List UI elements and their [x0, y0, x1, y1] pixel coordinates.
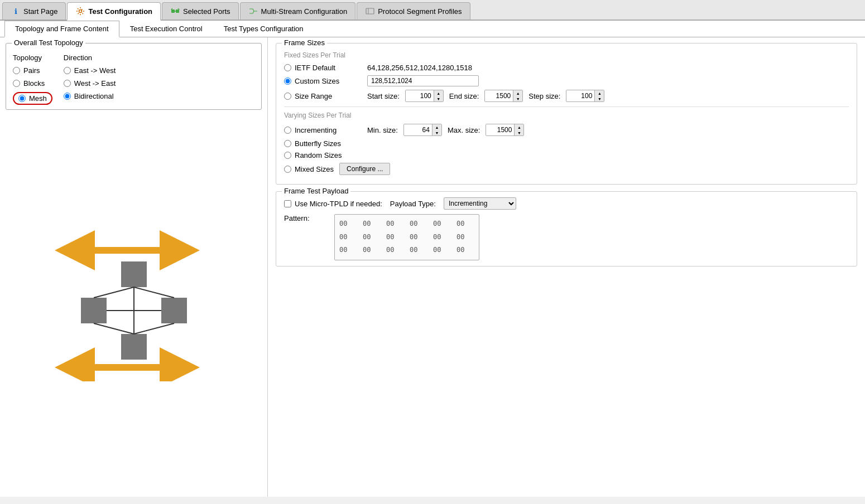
end-size-input[interactable] [485, 90, 513, 101]
max-size-input[interactable] [486, 124, 514, 135]
mesh-diagram-svg [50, 225, 218, 381]
incrementing-label: Incrementing [295, 126, 362, 134]
micro-tpld-checkbox[interactable] [284, 200, 291, 207]
step-size-btns: ▲ ▼ [594, 90, 604, 101]
mixed-radio[interactable]: Mixed Sizes [284, 165, 334, 173]
left-panel: Overall Test Topology Topology Pairs Blo… [0, 37, 268, 497]
direction-label: Direction [64, 54, 116, 62]
tab-test-configuration[interactable]: Test Configuration [67, 2, 161, 21]
end-size-up[interactable]: ▲ [513, 90, 522, 96]
custom-sizes-input[interactable] [367, 75, 479, 86]
sub-tab-bar: Topology and Frame Content Test Executio… [0, 21, 865, 37]
tab-start-label: Start Page [23, 7, 57, 16]
payload-type-select[interactable]: Incrementing Random Fixed Butterfly [444, 197, 516, 210]
incrementing-row: Incrementing Min. size: ▲ ▼ Max. size: ▲… [284, 124, 849, 136]
min-size-btns: ▲ ▼ [432, 124, 441, 135]
mixed-row: Mixed Sizes Configure ... [284, 163, 849, 175]
svg-rect-3 [366, 8, 374, 14]
svg-line-14 [94, 323, 134, 334]
svg-line-11 [134, 287, 174, 298]
tab-protocol-label: Protocol Segment Profiles [378, 7, 462, 16]
frame-sizes-group: Frame Sizes Fixed Sizes Per Trial IETF D… [276, 43, 857, 185]
sub-tab-topology[interactable]: Topology and Frame Content [4, 21, 119, 37]
direction-east-west[interactable]: East -> West [64, 66, 116, 75]
divider [284, 106, 849, 107]
step-size-input[interactable] [566, 90, 594, 101]
step-size-down[interactable]: ▼ [595, 96, 604, 101]
svg-rect-6 [121, 261, 147, 287]
custom-label: Custom Sizes [295, 77, 362, 85]
min-size-input[interactable] [404, 124, 432, 135]
tab-start-page[interactable]: ℹ Start Page [2, 2, 66, 20]
ietf-label: IETF Default [295, 64, 362, 72]
svg-rect-7 [81, 298, 107, 323]
min-size-down[interactable]: ▼ [433, 130, 441, 135]
tab-multi-stream-label: Multi-Stream Configuration [261, 7, 348, 16]
tab-selected-ports-label: Selected Ports [183, 7, 230, 16]
topology-section: Topology Pairs Blocks [13, 54, 52, 105]
topology-radio-group: Pairs Blocks Mesh [13, 66, 52, 105]
blocks-label: Blocks [23, 79, 45, 88]
bidirectional-label: Bidirectional [74, 92, 114, 100]
incrementing-radio[interactable]: Incrementing [284, 126, 362, 134]
size-range-radio[interactable]: Size Range [284, 92, 362, 100]
direction-radio-group: East -> West West -> East Bidirectional [64, 66, 116, 100]
sub-tab-execution[interactable]: Test Execution Control [119, 21, 213, 37]
max-size-label: Max. size: [448, 126, 480, 134]
main-content: Overall Test Topology Topology Pairs Blo… [0, 37, 865, 497]
max-size-down[interactable]: ▼ [515, 130, 523, 135]
butterfly-radio[interactable]: Butterfly Sizes [284, 139, 341, 148]
end-size-btns: ▲ ▼ [513, 90, 522, 101]
sub-tab-types[interactable]: Test Types Configuration [213, 21, 314, 37]
step-size-label: Step size: [528, 92, 560, 100]
start-size-up[interactable]: ▲ [434, 90, 443, 96]
custom-radio[interactable]: Custom Sizes [284, 77, 362, 85]
payload-title: Frame Test Payload [282, 187, 350, 195]
min-size-spinbox: ▲ ▼ [403, 124, 442, 136]
topology-mesh[interactable]: Mesh [13, 92, 52, 105]
random-radio[interactable]: Random Sizes [284, 151, 342, 159]
tab-multi-stream[interactable]: Multi-Stream Configuration [240, 2, 356, 20]
start-size-input[interactable] [406, 90, 434, 101]
pairs-label: Pairs [23, 66, 40, 75]
payload-type-label: Payload Type: [390, 200, 436, 208]
direction-section: Direction East -> West West -> East B [64, 54, 116, 105]
max-size-spinbox: ▲ ▼ [486, 124, 524, 136]
micro-tpld-item[interactable]: Use Micro-TPLD if needed: [284, 200, 382, 208]
direction-bidirectional[interactable]: Bidirectional [64, 92, 116, 100]
mesh-highlight-box: Mesh [13, 92, 52, 105]
configure-button[interactable]: Configure ... [339, 163, 390, 175]
ietf-radio[interactable]: IETF Default [284, 64, 362, 72]
main-tab-bar: ℹ Start Page Test Configuration Selected… [0, 0, 865, 21]
protocol-icon [365, 6, 375, 16]
min-size-label: Min. size: [367, 126, 398, 134]
svg-rect-8 [161, 298, 187, 323]
max-size-up[interactable]: ▲ [515, 124, 523, 130]
tab-selected-ports[interactable]: Selected Ports [162, 2, 239, 20]
min-size-up[interactable]: ▲ [433, 124, 441, 130]
start-size-spinbox: ▲ ▼ [405, 90, 444, 102]
topology-pairs[interactable]: Pairs [13, 66, 52, 75]
end-size-down[interactable]: ▼ [513, 96, 522, 101]
info-icon: ℹ [11, 6, 21, 16]
svg-line-10 [94, 287, 134, 298]
svg-point-0 [79, 10, 82, 13]
pattern-box: 000000000000 000000000000 000000000000 [334, 214, 479, 260]
size-range-row: Size Range Start size: ▲ ▼ End size: ▲ ▼ [284, 90, 849, 102]
start-size-down[interactable]: ▼ [434, 96, 443, 101]
topology-direction-container: Topology Pairs Blocks [13, 54, 254, 105]
random-row: Random Sizes [284, 151, 849, 159]
west-east-label: West -> East [74, 79, 116, 88]
step-size-up[interactable]: ▲ [595, 90, 604, 96]
overall-topology-group: Overall Test Topology Topology Pairs Blo… [6, 43, 262, 110]
tab-protocol-segment[interactable]: Protocol Segment Profiles [357, 2, 470, 20]
pattern-label: Pattern: [284, 214, 329, 222]
step-size-spinbox: ▲ ▼ [566, 90, 604, 102]
max-size-btns: ▲ ▼ [514, 124, 523, 135]
butterfly-label: Butterfly Sizes [295, 139, 341, 148]
direction-west-east[interactable]: West -> East [64, 79, 116, 88]
end-size-spinbox: ▲ ▼ [484, 90, 523, 102]
topology-blocks[interactable]: Blocks [13, 79, 52, 88]
ports-icon [170, 6, 180, 16]
mesh-label: Mesh [29, 94, 47, 103]
